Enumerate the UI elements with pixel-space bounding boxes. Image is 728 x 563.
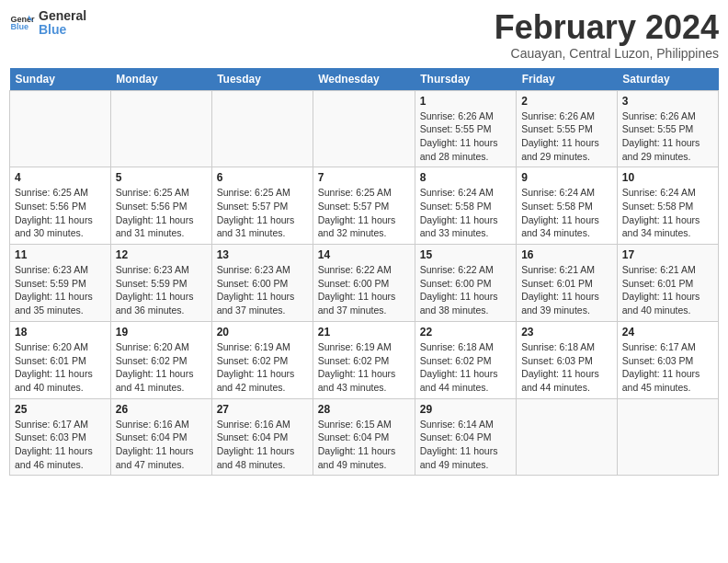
day-number: 11 — [15, 248, 106, 261]
day-info: Sunrise: 6:18 AMSunset: 6:02 PMDaylight:… — [420, 340, 511, 395]
day-number: 3 — [622, 95, 713, 108]
calendar-cell: 17Sunrise: 6:21 AMSunset: 6:01 PMDayligh… — [617, 245, 718, 322]
calendar-cell: 26Sunrise: 6:16 AMSunset: 6:04 PMDayligh… — [110, 398, 211, 476]
day-info: Sunrise: 6:24 AMSunset: 5:58 PMDaylight:… — [521, 186, 612, 240]
day-info: Sunrise: 6:23 AMSunset: 6:00 PMDaylight:… — [217, 263, 308, 317]
calendar-week-row: 11Sunrise: 6:23 AMSunset: 5:59 PMDayligh… — [10, 245, 719, 322]
day-header-wednesday: Wednesday — [313, 68, 415, 91]
calendar-cell: 9Sunrise: 6:24 AMSunset: 5:58 PMDaylight… — [517, 167, 618, 245]
day-info: Sunrise: 6:16 AMSunset: 6:04 PMDaylight:… — [217, 418, 308, 472]
day-number: 2 — [521, 95, 612, 108]
calendar-cell: 27Sunrise: 6:16 AMSunset: 6:04 PMDayligh… — [211, 398, 313, 476]
day-info: Sunrise: 6:26 AMSunset: 5:55 PMDaylight:… — [521, 109, 612, 164]
calendar-cell: 8Sunrise: 6:24 AMSunset: 5:58 PMDaylight… — [415, 167, 516, 245]
day-number: 12 — [116, 248, 207, 261]
day-info: Sunrise: 6:21 AMSunset: 6:01 PMDaylight:… — [622, 263, 713, 317]
calendar-cell: 11Sunrise: 6:23 AMSunset: 5:59 PMDayligh… — [10, 245, 111, 322]
day-number: 26 — [116, 403, 207, 416]
day-info: Sunrise: 6:19 AMSunset: 6:02 PMDaylight:… — [318, 340, 410, 395]
calendar-cell — [10, 90, 111, 167]
calendar-cell: 24Sunrise: 6:17 AMSunset: 6:03 PMDayligh… — [617, 321, 718, 398]
day-info: Sunrise: 6:14 AMSunset: 6:04 PMDaylight:… — [420, 418, 511, 472]
calendar-week-row: 25Sunrise: 6:17 AMSunset: 6:03 PMDayligh… — [10, 398, 719, 476]
day-info: Sunrise: 6:25 AMSunset: 5:56 PMDaylight:… — [116, 186, 207, 240]
day-number: 7 — [318, 171, 410, 184]
calendar-cell: 6Sunrise: 6:25 AMSunset: 5:57 PMDaylight… — [211, 167, 313, 245]
calendar-cell: 16Sunrise: 6:21 AMSunset: 6:01 PMDayligh… — [517, 245, 618, 322]
calendar-cell: 18Sunrise: 6:20 AMSunset: 6:01 PMDayligh… — [10, 321, 111, 398]
day-number: 21 — [318, 326, 410, 339]
day-number: 5 — [116, 171, 207, 184]
logo-line1: General — [39, 9, 86, 23]
calendar-cell: 1Sunrise: 6:26 AMSunset: 5:55 PMDaylight… — [415, 90, 516, 167]
calendar-cell: 13Sunrise: 6:23 AMSunset: 6:00 PMDayligh… — [211, 245, 313, 322]
calendar-week-row: 18Sunrise: 6:20 AMSunset: 6:01 PMDayligh… — [10, 321, 719, 398]
calendar-cell — [313, 90, 415, 167]
title-block: February 2024 Cauayan, Central Luzon, Ph… — [495, 9, 719, 61]
day-info: Sunrise: 6:20 AMSunset: 6:01 PMDaylight:… — [15, 340, 106, 395]
day-number: 27 — [217, 403, 308, 416]
day-info: Sunrise: 6:25 AMSunset: 5:57 PMDaylight:… — [217, 186, 308, 240]
day-number: 19 — [116, 326, 207, 339]
page-header: General Blue General Blue February 2024 … — [9, 9, 719, 61]
day-info: Sunrise: 6:21 AMSunset: 6:01 PMDaylight:… — [521, 263, 612, 317]
calendar-cell: 7Sunrise: 6:25 AMSunset: 5:57 PMDaylight… — [313, 167, 415, 245]
calendar-cell: 3Sunrise: 6:26 AMSunset: 5:55 PMDaylight… — [617, 90, 718, 167]
calendar-cell: 20Sunrise: 6:19 AMSunset: 6:02 PMDayligh… — [211, 321, 313, 398]
day-info: Sunrise: 6:25 AMSunset: 5:56 PMDaylight:… — [15, 186, 106, 240]
calendar-cell: 28Sunrise: 6:15 AMSunset: 6:04 PMDayligh… — [313, 398, 415, 476]
day-info: Sunrise: 6:15 AMSunset: 6:04 PMDaylight:… — [318, 418, 410, 472]
day-number: 16 — [521, 248, 612, 261]
day-header-tuesday: Tuesday — [211, 68, 313, 91]
day-number: 23 — [521, 326, 612, 339]
calendar-week-row: 4Sunrise: 6:25 AMSunset: 5:56 PMDaylight… — [10, 167, 719, 245]
day-info: Sunrise: 6:23 AMSunset: 5:59 PMDaylight:… — [15, 263, 106, 317]
day-number: 25 — [15, 403, 106, 416]
calendar-header-row: SundayMondayTuesdayWednesdayThursdayFrid… — [10, 68, 719, 91]
calendar-week-row: 1Sunrise: 6:26 AMSunset: 5:55 PMDaylight… — [10, 90, 719, 167]
day-info: Sunrise: 6:26 AMSunset: 5:55 PMDaylight:… — [420, 109, 511, 164]
calendar-cell: 19Sunrise: 6:20 AMSunset: 6:02 PMDayligh… — [110, 321, 211, 398]
calendar-cell: 29Sunrise: 6:14 AMSunset: 6:04 PMDayligh… — [415, 398, 516, 476]
month-title: February 2024 — [495, 9, 719, 46]
day-info: Sunrise: 6:18 AMSunset: 6:03 PMDaylight:… — [521, 340, 612, 395]
day-number: 20 — [217, 326, 308, 339]
calendar-cell: 21Sunrise: 6:19 AMSunset: 6:02 PMDayligh… — [313, 321, 415, 398]
day-number: 29 — [420, 403, 511, 416]
calendar-cell: 4Sunrise: 6:25 AMSunset: 5:56 PMDaylight… — [10, 167, 111, 245]
calendar-table: SundayMondayTuesdayWednesdayThursdayFrid… — [9, 68, 719, 477]
location: Cauayan, Central Luzon, Philippines — [495, 46, 719, 61]
calendar-cell: 10Sunrise: 6:24 AMSunset: 5:58 PMDayligh… — [617, 167, 718, 245]
calendar-cell: 14Sunrise: 6:22 AMSunset: 6:00 PMDayligh… — [313, 245, 415, 322]
day-info: Sunrise: 6:20 AMSunset: 6:02 PMDaylight:… — [116, 340, 207, 395]
day-number: 4 — [15, 171, 106, 184]
day-info: Sunrise: 6:16 AMSunset: 6:04 PMDaylight:… — [116, 418, 207, 472]
day-number: 14 — [318, 248, 410, 261]
day-number: 1 — [420, 95, 511, 108]
day-header-thursday: Thursday — [415, 68, 516, 91]
calendar-body: 1Sunrise: 6:26 AMSunset: 5:55 PMDaylight… — [10, 90, 719, 476]
day-number: 9 — [521, 171, 612, 184]
day-header-sunday: Sunday — [10, 68, 111, 91]
day-number: 6 — [217, 171, 308, 184]
day-number: 8 — [420, 171, 511, 184]
day-info: Sunrise: 6:25 AMSunset: 5:57 PMDaylight:… — [318, 186, 410, 240]
calendar-cell: 23Sunrise: 6:18 AMSunset: 6:03 PMDayligh… — [517, 321, 618, 398]
day-number: 24 — [622, 326, 713, 339]
day-info: Sunrise: 6:17 AMSunset: 6:03 PMDaylight:… — [622, 340, 713, 395]
calendar-cell: 15Sunrise: 6:22 AMSunset: 6:00 PMDayligh… — [415, 245, 516, 322]
day-info: Sunrise: 6:19 AMSunset: 6:02 PMDaylight:… — [217, 340, 308, 395]
day-info: Sunrise: 6:17 AMSunset: 6:03 PMDaylight:… — [15, 418, 106, 472]
logo-icon: General Blue — [9, 10, 35, 36]
calendar-cell: 2Sunrise: 6:26 AMSunset: 5:55 PMDaylight… — [517, 90, 618, 167]
logo: General Blue General Blue — [9, 9, 86, 38]
day-header-friday: Friday — [517, 68, 618, 91]
day-number: 13 — [217, 248, 308, 261]
day-info: Sunrise: 6:24 AMSunset: 5:58 PMDaylight:… — [622, 186, 713, 240]
logo-line2: Blue — [39, 23, 86, 37]
day-number: 15 — [420, 248, 511, 261]
calendar-cell: 22Sunrise: 6:18 AMSunset: 6:02 PMDayligh… — [415, 321, 516, 398]
calendar-cell: 5Sunrise: 6:25 AMSunset: 5:56 PMDaylight… — [110, 167, 211, 245]
day-number: 10 — [622, 171, 713, 184]
calendar-cell — [617, 398, 718, 476]
